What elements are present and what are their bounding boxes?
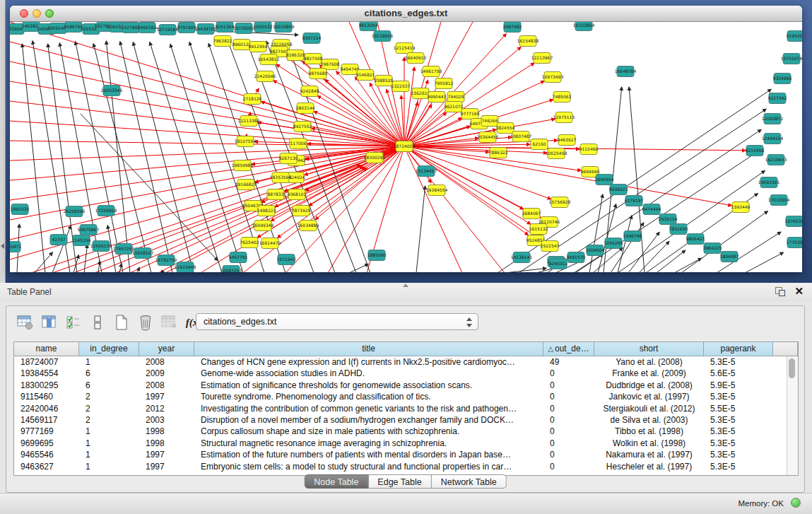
- network-node[interactable]: 3824554: [496, 123, 515, 134]
- network-node[interactable]: 15134457: [416, 166, 437, 177]
- network-node[interactable]: 12975115: [553, 112, 575, 123]
- network-node[interactable]: 9115460: [579, 144, 599, 155]
- window-titlebar[interactable]: citations_edges.txt: [10, 6, 802, 22]
- network-node[interactable]: 1076034: [785, 216, 802, 227]
- network-node[interactable]: 16640910: [405, 53, 427, 64]
- network-node[interactable]: 1640954: [595, 175, 614, 185]
- network-node[interactable]: 15751074: [781, 54, 802, 64]
- network-node[interactable]: 12213967: [531, 53, 553, 64]
- network-node[interactable]: 9245012: [549, 259, 568, 269]
- network-node[interactable]: 16034889: [298, 221, 319, 231]
- network-node[interactable]: 8427552: [293, 122, 312, 132]
- network-node[interactable]: 16914479: [259, 238, 281, 249]
- network-node[interactable]: 16033809: [273, 22, 295, 33]
- network-node[interactable]: 14136141: [511, 252, 533, 263]
- network-node[interactable]: 1991035: [11, 204, 30, 215]
- network-node[interactable]: 8466162: [138, 23, 157, 33]
- network-node[interactable]: 7625402: [240, 238, 259, 248]
- network-node[interactable]: 887833: [267, 189, 284, 200]
- network-node[interactable]: 9777169: [461, 109, 480, 119]
- network-node[interactable]: 19854988: [232, 160, 254, 171]
- network-node[interactable]: 2522547: [541, 241, 560, 252]
- network-node[interactable]: 10958107: [132, 248, 154, 259]
- network-node[interactable]: 9329966: [773, 74, 792, 84]
- network-node[interactable]: 16543812: [258, 54, 280, 65]
- network-node[interactable]: 1145154: [72, 235, 91, 246]
- column-header-short[interactable]: short: [594, 342, 704, 356]
- network-node[interactable]: 7873925: [292, 206, 311, 216]
- network-node[interactable]: 2803144: [296, 103, 315, 114]
- network-node[interactable]: 117006: [290, 139, 307, 149]
- network-node[interactable]: 16587253: [220, 266, 242, 273]
- network-node[interactable]: 16103804: [573, 22, 595, 31]
- network-node[interactable]: 12093872: [762, 114, 784, 124]
- trash-icon[interactable]: [135, 313, 156, 332]
- table-row[interactable]: 1456911722003Disruption of a novel membe…: [14, 414, 787, 426]
- network-node[interactable]: 1885090: [367, 250, 387, 261]
- network-node[interactable]: 9806421: [686, 234, 705, 245]
- network-node[interactable]: 18300295: [364, 153, 386, 163]
- tab-edge-table[interactable]: Edge Table: [368, 474, 431, 489]
- network-node[interactable]: 2087682: [503, 22, 522, 33]
- network-node[interactable]: 10025458: [546, 148, 567, 159]
- network-node[interactable]: 9827508: [304, 54, 323, 64]
- network-node[interactable]: 1004604: [586, 245, 605, 256]
- network-node[interactable]: 1571643: [277, 255, 296, 265]
- network-node[interactable]: 9463627: [558, 135, 577, 146]
- table-scrollbar[interactable]: [787, 356, 798, 475]
- network-node[interactable]: 9875685: [309, 69, 328, 79]
- network-node[interactable]: 8215958: [746, 146, 765, 156]
- network-node[interactable]: 15692391: [758, 177, 780, 188]
- network-node[interactable]: 8267130: [279, 153, 298, 164]
- network-node[interactable]: 6179197: [625, 196, 644, 206]
- checklist-icon[interactable]: [63, 313, 84, 332]
- network-node[interactable]: 15726092: [233, 23, 255, 34]
- network-node[interactable]: 7832650: [669, 224, 688, 235]
- network-node[interactable]: 9505871: [10, 242, 22, 252]
- network-node[interactable]: 20364456: [477, 132, 499, 143]
- network-node[interactable]: 2718126: [243, 94, 262, 105]
- column-header-title[interactable]: title: [194, 342, 543, 356]
- network-node[interactable]: 1593449: [731, 202, 751, 213]
- network-node[interactable]: 9791909: [177, 23, 196, 33]
- network-node[interactable]: 90975867: [78, 225, 100, 235]
- network-node[interactable]: 1548798: [623, 231, 642, 242]
- network-node[interactable]: 12213389: [238, 116, 260, 127]
- network-node[interactable]: 8357224: [302, 33, 322, 44]
- panel-resize-grip[interactable]: [403, 284, 408, 287]
- table-settings-icon[interactable]: [15, 313, 36, 332]
- network-node[interactable]: 17359928: [95, 206, 117, 216]
- network-node[interactable]: 9368101: [288, 189, 307, 200]
- column-visibility-icon[interactable]: [39, 313, 60, 332]
- tab-node-table[interactable]: Node Table: [304, 474, 368, 489]
- network-node[interactable]: 16154838: [517, 36, 539, 47]
- network-node[interactable]: 9227342: [768, 93, 787, 104]
- network-node[interactable]: 16438706: [195, 24, 217, 35]
- float-panel-icon[interactable]: [775, 287, 785, 296]
- network-node[interactable]: 18353594: [270, 173, 292, 183]
- network-node[interactable]: 12444154: [762, 134, 784, 144]
- network-node[interactable]: 16210643: [765, 155, 787, 165]
- network-node[interactable]: 1498223: [257, 206, 276, 216]
- network-node[interactable]: 18107554: [235, 136, 257, 147]
- network-node[interactable]: 9474444: [642, 204, 661, 215]
- network-node[interactable]: 7963822: [213, 36, 233, 47]
- network-node[interactable]: 1804987: [720, 252, 739, 262]
- network-node[interactable]: 26206596: [64, 206, 86, 217]
- table-row[interactable]: 946362711997Embryonic stem cells: a mode…: [14, 461, 787, 472]
- close-panel-icon[interactable]: ✕: [794, 285, 804, 298]
- table-row[interactable]: 1872400712008Changes of HCN gene express…: [14, 356, 787, 368]
- network-node[interactable]: 19218506: [372, 31, 394, 42]
- table-row[interactable]: 969969511998Structural magnetic resonanc…: [14, 438, 787, 449]
- table-row[interactable]: 977716911998Corpus callosum shape and si…: [14, 426, 787, 437]
- network-node[interactable]: 15756928: [549, 197, 571, 208]
- tab-network-table[interactable]: Network Table: [432, 474, 507, 489]
- network-node[interactable]: 16648784: [615, 66, 637, 77]
- network-node[interactable]: 20053346: [101, 86, 123, 96]
- network-node[interactable]: 2935114: [659, 214, 678, 225]
- network-node[interactable]: 19384554: [426, 185, 448, 196]
- network-node[interactable]: 8251304: [216, 22, 235, 33]
- network-node[interactable]: 10807487: [510, 132, 532, 142]
- network-node[interactable]: 794028: [447, 92, 464, 103]
- network-node[interactable]: 9242848: [300, 86, 319, 97]
